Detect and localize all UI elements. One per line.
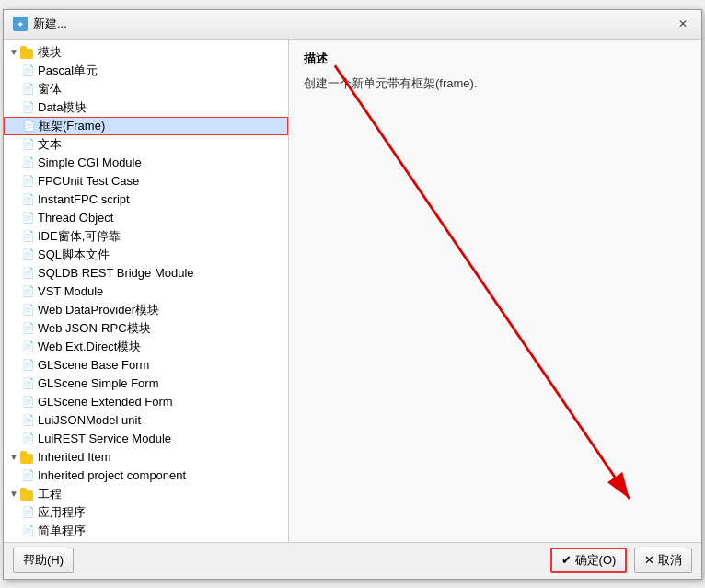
doc-icon-glext: 📄 bbox=[22, 396, 35, 409]
dialog-icon: ✦ bbox=[13, 17, 28, 31]
doc-icon-jsonrpc: 📄 bbox=[22, 322, 35, 335]
item-webdp-label: Web DataProvider模块 bbox=[38, 302, 159, 318]
item-luijson-label: LuiJSONModel unit bbox=[38, 413, 141, 427]
item-glbase-label: GLScene Base Form bbox=[38, 358, 149, 372]
doc-icon-frame: 📄 bbox=[23, 120, 36, 133]
item-web-jsonrpc[interactable]: 📄 Web JSON-RPC模块 bbox=[4, 319, 288, 338]
item-simple-cgi[interactable]: 📄 Simple CGI Module bbox=[4, 154, 288, 172]
item-thread-object[interactable]: 📄 Thread Object bbox=[4, 209, 288, 227]
item-vst-label: VST Module bbox=[38, 284, 103, 298]
item-web-dp[interactable]: 📄 Web DataProvider模块 bbox=[4, 301, 288, 319]
item-inh-label: Inherited project component bbox=[38, 468, 186, 482]
item-frame[interactable]: 📄 框架(Frame) bbox=[4, 117, 288, 135]
item-jsonrpc-label: Web JSON-RPC模块 bbox=[38, 320, 151, 337]
doc-icon-window: 📄 bbox=[22, 83, 35, 96]
item-glext-label: GLScene Extended Form bbox=[38, 395, 173, 409]
doc-icon-glbase: 📄 bbox=[22, 359, 35, 372]
doc-icon-text: 📄 bbox=[22, 138, 35, 151]
expand-icon-inherited: ▼ bbox=[7, 451, 20, 464]
item-luirest[interactable]: 📄 LuiREST Service Module bbox=[4, 430, 288, 448]
item-inherited-project[interactable]: 📄 Inherited project component bbox=[4, 467, 288, 485]
item-glsimple-label: GLScene Simple Form bbox=[38, 376, 159, 390]
item-simple-prog[interactable]: 📄 简单程序 bbox=[4, 522, 288, 540]
dialog-body: ▼ 模块 📄 Pascal单元 📄 窗体 📄 Data模块 📄 bbox=[4, 40, 701, 542]
item-cgi-label: Simple CGI Module bbox=[38, 156, 142, 169]
item-luirest-label: LuiREST Service Module bbox=[38, 432, 171, 445]
item-frame-label: 框架(Frame) bbox=[39, 118, 105, 134]
group-inherited-label: Inherited Item bbox=[38, 450, 111, 464]
item-pascal-unit[interactable]: 📄 Pascal单元 bbox=[4, 62, 288, 80]
folder-icon-project bbox=[20, 488, 35, 501]
doc-icon-data: 📄 bbox=[22, 101, 35, 114]
left-panel: ▼ 模块 📄 Pascal单元 📄 窗体 📄 Data模块 📄 bbox=[4, 40, 289, 542]
close-button[interactable]: ✕ bbox=[674, 15, 692, 33]
folder-icon-modules bbox=[20, 46, 35, 59]
group-inherited[interactable]: ▼ Inherited Item bbox=[4, 448, 288, 467]
expand-icon-project: ▼ bbox=[7, 488, 20, 501]
doc-icon-glsimple: 📄 bbox=[22, 377, 35, 390]
ok-button[interactable]: ✔ 确定(O) bbox=[550, 548, 627, 573]
group-project[interactable]: ▼ 工程 bbox=[4, 485, 288, 503]
right-buttons: ✔ 确定(O) ✕ 取消 bbox=[550, 548, 692, 573]
item-luijson[interactable]: 📄 LuiJSONModel unit bbox=[4, 411, 288, 430]
right-panel: 描述 创建一个新单元带有框架(frame). bbox=[289, 40, 701, 542]
doc-icon-sql: 📄 bbox=[22, 248, 35, 261]
desc-text: 创建一个新单元带有框架(frame). bbox=[304, 75, 687, 94]
title-bar-left: ✦ 新建... bbox=[13, 16, 67, 32]
item-data-label: Data模块 bbox=[38, 99, 87, 116]
item-ifpc-label: InstantFPC script bbox=[38, 192, 130, 206]
doc-icon-sqldb: 📄 bbox=[22, 267, 35, 280]
doc-icon-cgi: 📄 bbox=[22, 156, 35, 169]
item-pascal-label: Pascal单元 bbox=[38, 63, 98, 79]
doc-icon-webdp: 📄 bbox=[22, 304, 35, 317]
item-window-form[interactable]: 📄 窗体 bbox=[4, 80, 288, 98]
item-sql-script[interactable]: 📄 SQL脚本文件 bbox=[4, 246, 288, 264]
item-window-label: 窗体 bbox=[38, 81, 62, 98]
item-sqldb-label: SQLDB REST Bridge Module bbox=[38, 266, 194, 280]
item-text-label: 文本 bbox=[38, 136, 62, 153]
group-project-label: 工程 bbox=[38, 486, 62, 502]
item-fpcunit[interactable]: 📄 FPCUnit Test Case bbox=[4, 172, 288, 190]
item-thread-label: Thread Object bbox=[38, 211, 113, 225]
cancel-button[interactable]: ✕ 取消 bbox=[634, 548, 692, 573]
item-sqldb-rest[interactable]: 📄 SQLDB REST Bridge Module bbox=[4, 264, 288, 282]
item-sql-label: SQL脚本文件 bbox=[38, 247, 110, 263]
item-glscene-ext[interactable]: 📄 GLScene Extended Form bbox=[4, 393, 288, 411]
item-app[interactable]: 📄 应用程序 bbox=[4, 503, 288, 522]
doc-icon-fpc: 📄 bbox=[22, 175, 35, 188]
doc-icon-thread: 📄 bbox=[22, 212, 35, 225]
doc-icon-luirest: 📄 bbox=[22, 432, 35, 445]
item-extd-label: Web Ext.Direct模块 bbox=[38, 339, 141, 355]
item-ide-window[interactable]: 📄 IDE窗体,可停靠 bbox=[4, 227, 288, 246]
group-modules-label: 模块 bbox=[38, 44, 62, 61]
red-arrow-overlay bbox=[289, 40, 701, 542]
dialog-title: 新建... bbox=[33, 16, 67, 32]
doc-icon-simple: 📄 bbox=[22, 525, 35, 537]
doc-icon-extd: 📄 bbox=[22, 340, 35, 353]
doc-icon-ifpc: 📄 bbox=[22, 193, 35, 206]
svg-line-1 bbox=[335, 65, 630, 499]
item-glscene-base[interactable]: 📄 GLScene Base Form bbox=[4, 356, 288, 375]
desc-title: 描述 bbox=[304, 51, 687, 67]
doc-icon-inh: 📄 bbox=[22, 469, 35, 482]
item-instantfpc[interactable]: 📄 InstantFPC script bbox=[4, 190, 288, 209]
doc-icon-luijson: 📄 bbox=[22, 414, 35, 427]
new-dialog: ✦ 新建... ✕ ▼ 模块 📄 Pascal单元 📄 窗 bbox=[3, 9, 702, 580]
folder-icon-inherited bbox=[20, 451, 35, 464]
item-vst[interactable]: 📄 VST Module bbox=[4, 282, 288, 301]
bottom-bar: 帮助(H) ✔ 确定(O) ✕ 取消 bbox=[4, 542, 701, 579]
item-fpc-label: FPCUnit Test Case bbox=[38, 174, 139, 188]
doc-icon-app: 📄 bbox=[22, 506, 35, 519]
item-data-module[interactable]: 📄 Data模块 bbox=[4, 98, 288, 117]
expand-icon-modules: ▼ bbox=[7, 46, 20, 59]
doc-icon-ide: 📄 bbox=[22, 230, 35, 243]
help-button[interactable]: 帮助(H) bbox=[13, 548, 74, 573]
item-glscene-simple[interactable]: 📄 GLScene Simple Form bbox=[4, 375, 288, 393]
item-app-label: 应用程序 bbox=[38, 504, 86, 521]
group-modules[interactable]: ▼ 模块 bbox=[4, 43, 288, 62]
doc-icon-pascal: 📄 bbox=[22, 64, 35, 77]
item-text[interactable]: 📄 文本 bbox=[4, 135, 288, 154]
item-web-extdirect[interactable]: 📄 Web Ext.Direct模块 bbox=[4, 338, 288, 356]
tree-scroll[interactable]: ▼ 模块 📄 Pascal单元 📄 窗体 📄 Data模块 📄 bbox=[4, 40, 288, 542]
title-bar: ✦ 新建... ✕ bbox=[4, 10, 701, 40]
